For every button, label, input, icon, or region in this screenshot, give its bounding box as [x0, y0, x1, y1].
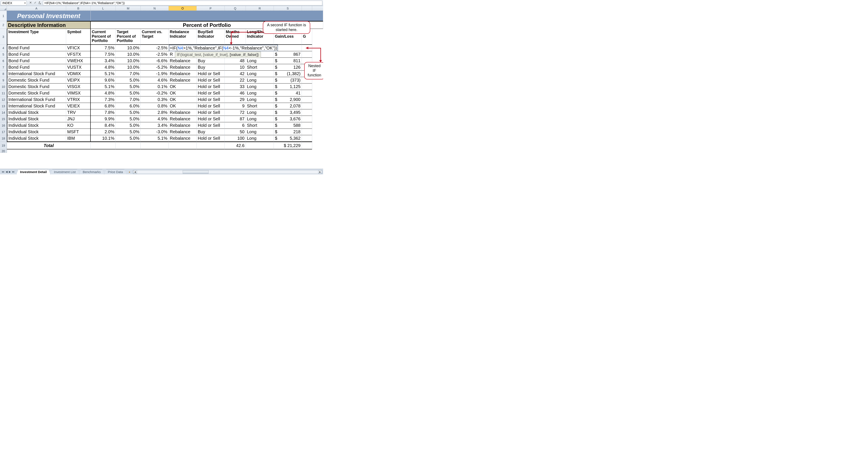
- cell-r8-b[interactable]: VDMIX: [66, 71, 91, 77]
- cell-r4-m[interactable]: 10.0%: [116, 45, 141, 51]
- cell-r4-n[interactable]: -2.5%: [141, 45, 169, 51]
- row-header-1[interactable]: 1: [0, 11, 7, 21]
- cell-r17-p[interactable]: Buy: [197, 129, 225, 135]
- cell-r18-b[interactable]: IBM: [66, 135, 91, 142]
- cell-r8-r[interactable]: Long: [246, 71, 274, 77]
- cell-r10-t[interactable]: [302, 84, 312, 90]
- cell-r8-q[interactable]: 42: [225, 71, 246, 77]
- cell-r4-b[interactable]: VFICX: [66, 45, 91, 51]
- cell-r14-r[interactable]: Long: [246, 109, 274, 116]
- cell-r13-r[interactable]: Short: [246, 103, 274, 109]
- row-header-4[interactable]: 4: [0, 45, 7, 51]
- worksheet[interactable]: Personal Investment Descriptive Informat…: [7, 11, 323, 153]
- cell-r10-q[interactable]: 33: [225, 84, 246, 90]
- cell-r13-n[interactable]: 0.8%: [141, 103, 169, 109]
- cell-r17-l[interactable]: 2.0%: [91, 129, 116, 135]
- cell-r9-q[interactable]: 22: [225, 77, 246, 84]
- cell-r4-l[interactable]: 7.5%: [91, 45, 116, 51]
- cell-r12-n[interactable]: 0.3%: [141, 96, 169, 103]
- row-header-11[interactable]: 11: [0, 90, 7, 96]
- cell-r18-p[interactable]: Hold or Sell: [197, 135, 225, 142]
- cell-r7-q[interactable]: 10: [225, 64, 246, 71]
- cell-r7-m[interactable]: 10.0%: [116, 64, 141, 71]
- cell-r9-r[interactable]: Long: [246, 77, 274, 84]
- cell-r16-s[interactable]: $588: [274, 122, 302, 129]
- cell-r6-a[interactable]: Bond Fund: [7, 58, 66, 64]
- cell-r16-t[interactable]: [302, 122, 312, 129]
- hscroll-thumb[interactable]: [183, 170, 209, 174]
- cell-r5-s[interactable]: $867: [274, 51, 302, 58]
- cell-r16-n[interactable]: 3.4%: [141, 122, 169, 129]
- cell-r13-a[interactable]: International Stock Fund: [7, 103, 66, 109]
- cell-r11-o[interactable]: OK: [169, 90, 197, 96]
- cell-r13-m[interactable]: 6.0%: [116, 103, 141, 109]
- colhdr-a[interactable]: Investment Type: [7, 29, 66, 45]
- column-header-P[interactable]: P: [197, 6, 225, 10]
- row-header-6[interactable]: 6: [0, 58, 7, 64]
- row-header-9[interactable]: 9: [0, 77, 7, 84]
- sheet-tab-investment-detail[interactable]: Investment Detail: [17, 169, 51, 174]
- cell-r6-q[interactable]: 48: [225, 58, 246, 64]
- cell-r15-n[interactable]: 4.9%: [141, 116, 169, 122]
- cell-r6-r[interactable]: Long: [246, 58, 274, 64]
- cell-r12-r[interactable]: Long: [246, 96, 274, 103]
- cell-r12-a[interactable]: International Stock Fund: [7, 96, 66, 103]
- cell-r10-m[interactable]: 5.0%: [116, 84, 141, 90]
- cell-r15-p[interactable]: Hold or Sell: [197, 116, 225, 122]
- cell-r15-r[interactable]: Long: [246, 116, 274, 122]
- row-header-10[interactable]: 10: [0, 84, 7, 90]
- cell-r13-l[interactable]: 6.8%: [91, 103, 116, 109]
- row-header-5[interactable]: 5: [0, 51, 7, 58]
- cell-r5-l[interactable]: 7.5%: [91, 51, 116, 58]
- horizontal-scrollbar[interactable]: ◀ ▶: [133, 170, 322, 174]
- cell-r17-a[interactable]: Individual Stock: [7, 129, 66, 135]
- cell-r5-m[interactable]: 10.0%: [116, 51, 141, 58]
- cell-r7-n[interactable]: -5.2%: [141, 64, 169, 71]
- cell-r10-b[interactable]: VISGX: [66, 84, 91, 90]
- tab-nav-first-icon[interactable]: ⏮: [2, 170, 4, 173]
- tab-nav-next-icon[interactable]: ▶: [9, 170, 11, 173]
- cell-r6-o[interactable]: Rebalance: [169, 58, 197, 64]
- cell-r7-r[interactable]: Short: [246, 64, 274, 71]
- cell-r15-o[interactable]: Rebalance: [169, 116, 197, 122]
- cell-r8-l[interactable]: 5.1%: [91, 71, 116, 77]
- cell-r10-r[interactable]: Long: [246, 84, 274, 90]
- colhdr-n[interactable]: Current vs. Target: [141, 29, 169, 45]
- cell-r7-s[interactable]: $126: [274, 64, 302, 71]
- row-header-16[interactable]: 16: [0, 122, 7, 129]
- cell-r6-m[interactable]: 10.0%: [116, 58, 141, 64]
- cell-r12-m[interactable]: 7.0%: [116, 96, 141, 103]
- cell-r17-o[interactable]: Rebalance: [169, 129, 197, 135]
- row-header-17[interactable]: 17: [0, 129, 7, 135]
- cell-r10-o[interactable]: OK: [169, 84, 197, 90]
- cell-r10-n[interactable]: 0.1%: [141, 84, 169, 90]
- column-header-L[interactable]: L: [91, 6, 116, 10]
- cell-r16-b[interactable]: KO: [66, 122, 91, 129]
- cell-r13-s[interactable]: $2,078: [274, 103, 302, 109]
- cell-r18-r[interactable]: Long: [246, 135, 274, 142]
- cell-r9-m[interactable]: 5.0%: [116, 77, 141, 84]
- cell-r14-m[interactable]: 5.0%: [116, 109, 141, 116]
- cell-r11-b[interactable]: VIMSX: [66, 90, 91, 96]
- colhdr-q[interactable]: Months Owned: [225, 29, 246, 45]
- cell-r15-m[interactable]: 5.0%: [116, 116, 141, 122]
- cell-r17-r[interactable]: Long: [246, 129, 274, 135]
- cell-r16-a[interactable]: Individual Stock: [7, 122, 66, 129]
- colhdr-b[interactable]: Symbol: [66, 29, 91, 45]
- cell-r11-q[interactable]: 46: [225, 90, 246, 96]
- inline-cell-formula[interactable]: =IF(N4>1%,"Rebalance",IF(N4<-1%,"Rebalan…: [169, 45, 278, 51]
- column-header-O[interactable]: O: [169, 6, 197, 10]
- cell-r10-s[interactable]: $1,125: [274, 84, 302, 90]
- cell-r11-p[interactable]: Hold or Sell: [197, 90, 225, 96]
- cell-r5-n[interactable]: -2.5%: [141, 51, 169, 58]
- cell-r8-o[interactable]: Rebalance: [169, 71, 197, 77]
- name-box[interactable]: INDEX: [1, 1, 27, 5]
- cell-r9-n[interactable]: 4.6%: [141, 77, 169, 84]
- row-header-20[interactable]: 20: [0, 150, 7, 153]
- cell-r7-a[interactable]: Bond Fund: [7, 64, 66, 71]
- cell-r8-a[interactable]: International Stock Fund: [7, 71, 66, 77]
- cell-r18-s[interactable]: $5,362: [274, 135, 302, 142]
- cell-r15-l[interactable]: 9.9%: [91, 116, 116, 122]
- cell-r15-t[interactable]: [302, 116, 312, 122]
- cell-r18-t[interactable]: [302, 135, 312, 142]
